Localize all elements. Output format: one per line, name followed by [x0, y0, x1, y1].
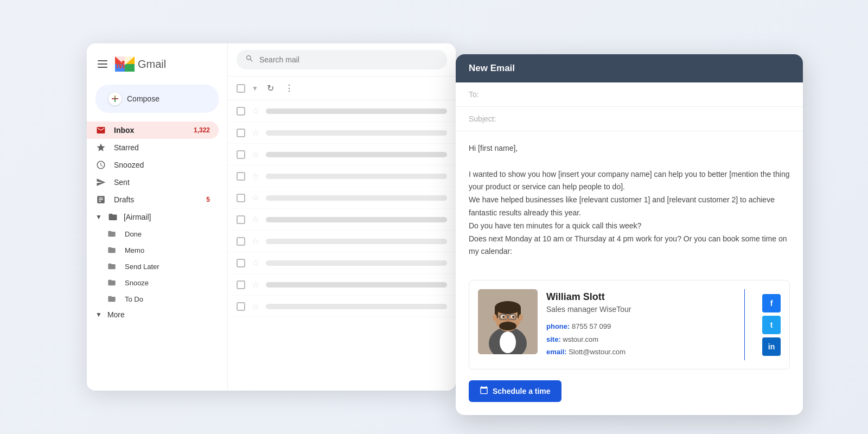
search-input[interactable] [259, 55, 438, 64]
hamburger-menu[interactable] [95, 58, 110, 70]
body-greeting: Hi [first name], [469, 142, 790, 155]
more-section[interactable]: ▼ More [87, 307, 227, 322]
email-list-toolbar: ▼ ↻ ⋮ [228, 76, 456, 100]
table-row[interactable]: ☆ [228, 187, 456, 209]
email-preview-bar [266, 239, 447, 244]
snooze-folder-icon [106, 277, 117, 288]
star-icon[interactable]: ☆ [252, 171, 259, 181]
sidebar-item-done[interactable]: Done [98, 226, 219, 242]
star-icon[interactable]: ☆ [252, 106, 259, 116]
social-links: f t in [762, 289, 781, 360]
compose-button[interactable]: Compose [95, 85, 219, 113]
sig-contact: phone: 8755 57 099 site: wstour.com emai… [546, 320, 731, 358]
drafts-label: Drafts [114, 195, 134, 204]
sidebar-item-memo[interactable]: Memo [98, 242, 219, 258]
table-row[interactable]: ☆ [228, 100, 456, 122]
inbox-label: Inbox [114, 126, 134, 135]
email-compose-area[interactable]: Hi [first name], I wanted to show you ho… [456, 131, 803, 269]
email-checkbox[interactable] [237, 215, 245, 224]
airmail-folder-header[interactable]: ▼ [Airmail] [87, 208, 227, 226]
email-preview-bar [266, 195, 447, 201]
linkedin-button[interactable]: in [762, 337, 781, 356]
sig-name: William Slott [546, 291, 731, 303]
sidebar-nav: Inbox 1,322 Starred [87, 122, 227, 322]
search-bar[interactable] [237, 50, 447, 69]
email-checkbox[interactable] [237, 129, 245, 137]
more-options-button[interactable]: ⋮ [283, 81, 296, 95]
star-icon[interactable]: ☆ [252, 214, 259, 225]
email-checkbox[interactable] [237, 172, 245, 181]
select-all-checkbox[interactable] [237, 84, 245, 93]
sig-divider [744, 289, 745, 360]
email-checkbox[interactable] [237, 280, 245, 289]
email-checkbox[interactable] [237, 107, 245, 116]
done-label: Done [125, 230, 142, 238]
collapse-icon: ▼ [95, 213, 102, 221]
star-icon[interactable]: ☆ [252, 193, 259, 203]
email-preview-bar [266, 282, 447, 288]
compose-label: Compose [127, 94, 159, 103]
star-icon[interactable]: ☆ [252, 127, 259, 138]
table-row[interactable]: ☆ [228, 252, 456, 274]
table-row[interactable]: ☆ [228, 165, 456, 187]
inbox-badge: 1,322 [194, 126, 210, 134]
refresh-button[interactable]: ↻ [265, 81, 276, 95]
email-checkbox[interactable] [237, 150, 245, 159]
star-icon[interactable]: ☆ [252, 301, 259, 311]
svg-point-16 [493, 314, 497, 321]
star-icon[interactable]: ☆ [252, 279, 259, 290]
gmail-logo-text: Gmail [138, 58, 166, 71]
table-row[interactable]: ☆ [228, 122, 456, 144]
subject-field[interactable]: Subject: [456, 107, 803, 131]
schedule-button[interactable]: Schedule a time [469, 380, 561, 402]
avatar-image [478, 289, 538, 354]
gmail-logo: M Gmail [115, 56, 166, 72]
body-para3: Do you have ten minutes for a quick call… [469, 220, 790, 233]
to-input[interactable] [506, 90, 790, 99]
svg-point-17 [519, 314, 523, 321]
twitter-button[interactable]: t [762, 316, 781, 334]
sidebar-item-sent[interactable]: Sent [87, 174, 219, 191]
snooze-icon [95, 159, 106, 170]
sidebar-item-inbox[interactable]: Inbox 1,322 [87, 122, 219, 139]
sidebar-item-snoozed[interactable]: Snoozed [87, 156, 219, 174]
email-list: ☆ ☆ ☆ ☆ [228, 100, 456, 391]
sidebar-item-send-later[interactable]: Send Later [98, 258, 219, 275]
table-row[interactable]: ☆ [228, 296, 456, 317]
inbox-icon [95, 125, 106, 136]
email-value: Slott@wstour.com [569, 348, 626, 356]
table-row[interactable]: ☆ [228, 144, 456, 165]
table-row[interactable]: ☆ [228, 209, 456, 231]
email-checkbox[interactable] [237, 237, 245, 246]
sidebar-item-drafts[interactable]: Drafts 5 [87, 191, 219, 208]
star-icon[interactable]: ☆ [252, 258, 259, 268]
star-icon[interactable]: ☆ [252, 236, 259, 246]
email-checkbox[interactable] [237, 259, 245, 267]
email-checkbox[interactable] [237, 194, 245, 202]
facebook-button[interactable]: f [762, 294, 781, 312]
body-para2: We have helped businesses like [relevant… [469, 194, 790, 220]
dropdown-arrow[interactable]: ▼ [252, 85, 258, 92]
email-preview-bar [266, 108, 447, 114]
email-preview-bar [266, 217, 447, 222]
memo-folder-icon [106, 245, 117, 256]
snooze-label: Snooze [125, 279, 149, 287]
subject-input[interactable] [506, 114, 790, 123]
body-para4: Does next Monday at 10 am or Thursday at… [469, 233, 790, 259]
memo-label: Memo [125, 246, 144, 254]
to-field[interactable]: To: [456, 82, 803, 107]
table-row[interactable]: ☆ [228, 274, 456, 296]
compose-plus-icon [108, 92, 122, 105]
sent-icon [95, 177, 106, 188]
sidebar-item-starred[interactable]: Starred [87, 139, 219, 156]
new-email-window: New Email To: Subject: Hi [first name], … [456, 54, 803, 415]
done-folder-icon [106, 228, 117, 239]
email-preview-bar [266, 174, 447, 179]
sidebar-item-snooze[interactable]: Snooze [98, 275, 219, 291]
star-icon[interactable]: ☆ [252, 149, 259, 159]
email-checkbox[interactable] [237, 302, 245, 311]
svg-rect-8 [114, 99, 116, 102]
sidebar-item-todo[interactable]: To Do [98, 291, 219, 307]
svg-line-26 [516, 316, 518, 317]
table-row[interactable]: ☆ [228, 231, 456, 252]
